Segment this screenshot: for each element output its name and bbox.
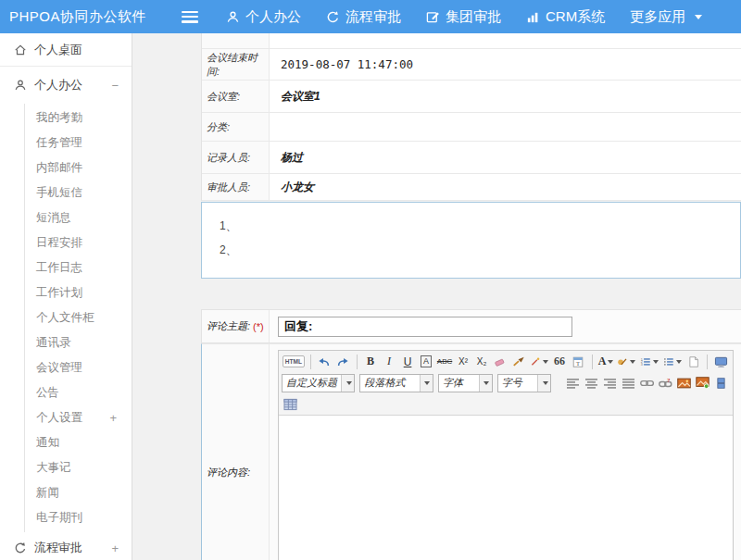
font-size-dropdown[interactable]: 字号	[497, 374, 552, 392]
table-row: 会议结束时间: 2019-08-07 11:47:00	[202, 49, 741, 81]
sidebar-item-personal-office[interactable]: 个人办公 −	[0, 67, 132, 104]
expand-icon[interactable]: +	[111, 541, 119, 555]
sidebar: 个人桌面 个人办公 − 我的考勤 任务管理 内部邮件 手机短信 短消息 日程安排…	[0, 33, 132, 560]
sidebar-item-file-cabinet[interactable]: 个人文件柜	[25, 305, 132, 330]
paste-text-icon[interactable]: T	[570, 353, 587, 370]
chevron-down-icon	[695, 15, 702, 19]
sidebar-item-meeting-management[interactable]: 会议管理	[25, 355, 132, 380]
person-icon	[226, 10, 240, 24]
eraser-icon[interactable]	[492, 353, 509, 370]
table-row: 审批人员: 小龙女	[202, 174, 741, 201]
nav-personal-office[interactable]: 个人办公	[226, 8, 301, 26]
history-icon	[326, 10, 340, 24]
editor-toolbar-row-3	[279, 393, 733, 415]
comment-content-row: 评论内容: HTML B I U A	[201, 343, 741, 560]
align-left-icon[interactable]	[564, 374, 582, 392]
person-icon	[14, 79, 27, 92]
comment-subject-input[interactable]	[278, 317, 572, 337]
comment-subject-label-cell: 评论主题: (*)	[202, 310, 270, 342]
unlink-icon[interactable]: ?	[657, 374, 674, 392]
sidebar-item-sms[interactable]: 手机短信	[25, 180, 132, 205]
nav-crm-system[interactable]: CRM系统	[526, 8, 605, 26]
link-icon[interactable]	[638, 374, 656, 392]
history-icon	[14, 541, 27, 554]
insert-image-upload-icon[interactable]	[694, 374, 711, 392]
sidebar-item-schedule[interactable]: 日程安排	[25, 230, 132, 255]
align-right-icon[interactable]	[601, 374, 619, 392]
table-row: 会议室: 会议室1	[202, 81, 741, 113]
field-value: 小龙女	[270, 174, 741, 200]
sidebar-item-work-plan[interactable]: 工作计划	[25, 280, 132, 305]
sidebar-sublist: 我的考勤 任务管理 内部邮件 手机短信 短消息 日程安排 工作日志 工作计划 个…	[24, 104, 132, 532]
table-row: 分类:	[202, 113, 741, 142]
field-label: 记录人员:	[202, 142, 270, 173]
align-justify-icon[interactable]	[620, 374, 637, 392]
sidebar-item-task-management[interactable]: 任务管理	[25, 131, 132, 156]
sidebar-item-notice[interactable]: 通知	[25, 430, 132, 455]
nav-workflow-approval[interactable]: 流程审批	[326, 8, 401, 26]
menu-toggle-icon[interactable]	[182, 11, 198, 23]
font-family-dropdown[interactable]: 字体	[438, 374, 493, 392]
insert-table-icon[interactable]	[282, 395, 299, 413]
sidebar-item-desktop[interactable]: 个人桌面	[0, 33, 132, 67]
sidebar-item-news[interactable]: 新闻	[25, 480, 132, 505]
sidebar-item-contacts[interactable]: 通讯录	[25, 330, 132, 355]
sidebar-item-announcement[interactable]: 公告	[25, 380, 132, 405]
sidebar-item-memorabilia[interactable]: 大事记	[25, 455, 132, 480]
nav-more-apps[interactable]: 更多应用	[630, 8, 702, 26]
sidebar-item-e-journal[interactable]: 电子期刊	[25, 505, 132, 530]
highlight-color-icon[interactable]	[615, 353, 637, 370]
page-break-icon[interactable]	[712, 374, 730, 392]
meeting-notes-box[interactable]: 1、 2、	[201, 202, 741, 279]
comment-subject-row: 评论主题: (*)	[201, 309, 741, 343]
superscript-button[interactable]: X²	[455, 353, 472, 370]
strikethrough-button[interactable]: ABC	[436, 353, 454, 370]
magic-pen-icon[interactable]	[529, 353, 550, 370]
expand-icon[interactable]: +	[109, 405, 117, 430]
editor-content-area[interactable]	[279, 415, 733, 560]
top-navbar: PHPOA协同办公软件 个人办公 流程审批 集团审批 CRM系统 更多应用	[0, 0, 741, 33]
field-value	[270, 113, 741, 141]
sidebar-item-attendance[interactable]: 我的考勤	[25, 106, 132, 131]
unordered-list-icon[interactable]	[661, 353, 684, 370]
collapse-icon[interactable]: −	[111, 79, 119, 93]
sidebar-item-personal-settings[interactable]: 个人设置 +	[25, 405, 132, 430]
field-value: 2019-08-07 11:47:00	[270, 49, 741, 80]
align-center-icon[interactable]	[583, 374, 600, 392]
table-row: 记录人员: 杨过	[202, 142, 741, 174]
new-document-icon[interactable]	[684, 353, 702, 370]
svg-text:T: T	[576, 359, 580, 366]
table-row	[202, 33, 741, 49]
italic-button[interactable]: I	[381, 353, 398, 370]
paragraph-format-dropdown[interactable]: 段落格式	[359, 374, 433, 392]
format-brush-icon[interactable]	[510, 353, 528, 370]
undo-button[interactable]	[316, 353, 333, 370]
rich-text-editor: HTML B I U A ABC X² X₂	[278, 350, 734, 560]
fullscreen-monitor-icon[interactable]	[712, 353, 730, 370]
font-color-button[interactable]: A	[597, 353, 614, 370]
bold-button[interactable]: B	[362, 353, 380, 370]
custom-title-dropdown[interactable]: 自定义标题	[282, 374, 355, 392]
redo-button[interactable]	[334, 353, 352, 370]
top-nav-menu: 个人办公 流程审批 集团审批 CRM系统 更多应用	[226, 8, 702, 26]
subscript-button[interactable]: X₂	[473, 353, 491, 370]
editor-toolbar-row-1: HTML B I U A ABC X² X₂	[279, 351, 733, 372]
app-title: PHPOA协同办公软件	[0, 8, 148, 26]
ordered-list-icon[interactable]: 123	[638, 353, 660, 370]
meeting-detail-table: 会议结束时间: 2019-08-07 11:47:00 会议室: 会议室1 分类…	[201, 33, 741, 201]
nav-group-approval[interactable]: 集团审批	[426, 8, 501, 26]
sidebar-item-work-log[interactable]: 工作日志	[25, 255, 132, 280]
sidebar-item-workflow-approval[interactable]: 流程审批 +	[0, 532, 132, 560]
border-text-button[interactable]: A	[418, 353, 435, 370]
svg-text:3: 3	[641, 363, 643, 367]
blockquote-button[interactable]: 66	[551, 353, 569, 370]
bar-chart-icon	[526, 10, 540, 24]
sidebar-item-internal-mail[interactable]: 内部邮件	[25, 156, 132, 180]
home-icon	[14, 44, 27, 56]
insert-image-icon[interactable]	[675, 374, 693, 392]
underline-button[interactable]: U	[399, 353, 417, 370]
sidebar-item-short-message[interactable]: 短消息	[25, 205, 132, 230]
field-value: 会议室1	[270, 81, 741, 112]
field-label: 分类:	[202, 113, 270, 141]
html-source-button[interactable]: HTML	[282, 353, 306, 370]
